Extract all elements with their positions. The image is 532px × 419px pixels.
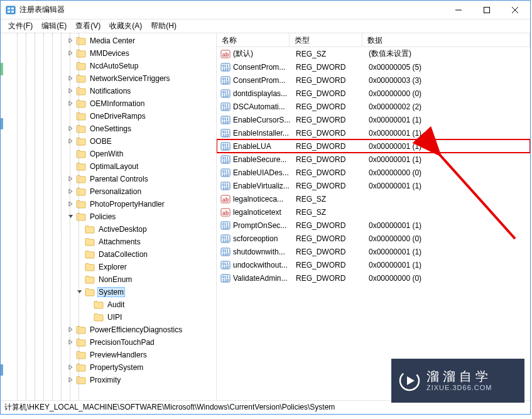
tree-item[interactable]: System (1, 286, 216, 298)
col-data[interactable]: 数据 (362, 33, 530, 46)
tree-item[interactable]: Parental Controls (1, 173, 216, 185)
folder-icon (76, 112, 86, 121)
value-row[interactable]: 011110ConsentProm...REG_DWORD0x00000005 … (217, 60, 530, 73)
expand-icon[interactable] (66, 101, 75, 107)
tree-item[interactable]: Audit (1, 298, 216, 311)
tree-item[interactable]: ActiveDesktop (1, 223, 216, 236)
tree-item-label: OptimalLayout (89, 161, 139, 171)
value-row[interactable]: 011110scforceoptionREG_DWORD0x00000000 (… (217, 232, 530, 245)
folder-icon (76, 99, 86, 108)
tree-item[interactable]: PhotoPropertyHandler (1, 198, 216, 210)
menu-view[interactable]: 查看(V) (72, 19, 104, 33)
tree-item[interactable]: Attachments (1, 236, 216, 248)
menu-file[interactable]: 文件(F) (4, 19, 36, 33)
tree-item[interactable]: Notifications (1, 85, 216, 97)
tree-item-label: Attachments (97, 237, 142, 247)
reg-dword-icon: 011110 (220, 234, 231, 244)
svg-text:110: 110 (222, 120, 229, 124)
value-row[interactable]: 011110ValidateAdmin...REG_DWORD0x0000000… (217, 271, 530, 285)
tree-item[interactable]: OOBE (1, 135, 216, 148)
list-body[interactable]: ab(默认)REG_SZ(数值未设置)011110ConsentProm...R… (217, 47, 530, 400)
value-row[interactable]: 011110PromptOnSec...REG_DWORD0x00000001 … (217, 219, 530, 232)
titlebar[interactable]: 注册表编辑器 (1, 1, 530, 19)
expand-icon[interactable] (66, 339, 75, 346)
expand-icon[interactable] (66, 188, 75, 195)
folder-icon (85, 225, 95, 234)
content-area: Media CenterMMDevicesNcdAutoSetupNetwork… (1, 33, 530, 400)
tree-item[interactable]: NonEnum (1, 273, 216, 286)
expand-icon[interactable] (66, 176, 75, 183)
tree-item[interactable]: OpenWith (1, 148, 216, 160)
svg-text:110: 110 (222, 226, 229, 229)
value-row[interactable]: 011110DSCAutomati...REG_DWORD0x00000002 … (217, 100, 530, 113)
folder-icon (85, 263, 95, 271)
value-row[interactable]: 011110shutdownwith...REG_DWORD0x00000001… (217, 245, 530, 258)
menu-edit[interactable]: 编辑(E) (38, 19, 70, 33)
value-row[interactable]: ablegalnoticeca...REG_SZ (217, 192, 530, 205)
col-type[interactable]: 类型 (290, 33, 362, 46)
tree-item[interactable]: DataCollection (1, 248, 216, 261)
close-button[interactable] (501, 1, 529, 19)
value-row[interactable]: 011110EnableUIADes...REG_DWORD0x00000000… (217, 166, 530, 179)
minimize-button[interactable] (444, 1, 472, 19)
value-row[interactable]: ab(默认)REG_SZ(数值未设置) (217, 47, 530, 60)
expand-icon[interactable] (66, 201, 75, 208)
folder-icon (76, 74, 86, 83)
value-row[interactable]: 011110EnableInstaller...REG_DWORD0x00000… (217, 126, 530, 139)
value-row[interactable]: 011110ConsentProm...REG_DWORD0x00000003 … (217, 73, 530, 87)
value-row[interactable]: 011110EnableLUAREG_DWORD0x00000001 (1) (217, 139, 530, 153)
maximize-button[interactable] (472, 1, 501, 19)
menu-help[interactable]: 帮助(H) (147, 19, 180, 33)
watermark-sub: ZIXUE.3D66.COM (426, 384, 492, 392)
tree-item[interactable]: PreviewHandlers (1, 349, 216, 361)
collapse-icon[interactable] (66, 214, 75, 220)
reg-sz-icon: ab (220, 207, 231, 217)
expand-icon[interactable] (66, 377, 75, 384)
tree-item[interactable]: OneSettings (1, 122, 216, 135)
tree-item[interactable]: Policies (1, 210, 216, 223)
svg-text:110: 110 (222, 265, 229, 269)
tree-item[interactable]: UIPI (1, 311, 216, 324)
expand-icon[interactable] (66, 75, 75, 82)
value-row[interactable]: 011110EnableVirtualiz...REG_DWORD0x00000… (217, 179, 530, 192)
tree-pane[interactable]: Media CenterMMDevicesNcdAutoSetupNetwork… (1, 33, 217, 400)
col-name[interactable]: 名称 (217, 33, 290, 46)
menu-favorites[interactable]: 收藏夹(A) (106, 19, 146, 33)
value-name: EnableUIADes... (233, 168, 291, 177)
tree-item[interactable]: NetworkServiceTriggers (1, 72, 216, 85)
expand-icon[interactable] (66, 50, 75, 57)
tree-item[interactable]: Proximity (1, 374, 216, 386)
tree-item[interactable]: PowerEfficiencyDiagnostics (1, 324, 216, 336)
expand-icon[interactable] (66, 364, 75, 371)
tree-item[interactable]: OptimalLayout (1, 160, 216, 173)
value-row[interactable]: 011110undockwithout...REG_DWORD0x0000000… (217, 258, 530, 271)
tree-item[interactable]: Media Center (1, 35, 216, 47)
collapse-icon[interactable] (75, 289, 84, 296)
tree-item-label: PhotoPropertyHandler (89, 199, 166, 209)
expand-icon[interactable] (66, 38, 75, 45)
tree-item-label: OpenWith (89, 149, 124, 159)
value-row[interactable]: 011110dontdisplaylas...REG_DWORD0x000000… (217, 87, 530, 100)
expand-icon[interactable] (66, 88, 75, 95)
tree-item[interactable]: Explorer (1, 261, 216, 273)
tree-item[interactable]: OEMInformation (1, 97, 216, 110)
svg-text:110: 110 (222, 278, 229, 282)
tree-item[interactable]: PrecisionTouchPad (1, 336, 216, 349)
value-row[interactable]: 011110EnableCursorS...REG_DWORD0x0000000… (217, 113, 530, 126)
value-data: REG_DWORD (291, 221, 364, 230)
tree-item[interactable]: Personalization (1, 185, 216, 198)
folder-icon (94, 313, 104, 322)
expand-icon[interactable] (66, 138, 75, 145)
expand-icon[interactable] (66, 327, 75, 334)
value-name: scforceoption (233, 234, 291, 243)
tree-item-label: PreviewHandlers (89, 350, 148, 360)
tree-item[interactable]: PropertySystem (1, 361, 216, 374)
tree-item[interactable]: MMDevices (1, 47, 216, 60)
tree-item[interactable]: NcdAutoSetup (1, 60, 216, 72)
expand-icon[interactable] (66, 126, 75, 133)
value-row[interactable]: ablegalnoticetextREG_SZ (217, 205, 530, 219)
reg-dword-icon: 011110 (220, 273, 231, 283)
tree-item[interactable]: OneDriveRamps (1, 110, 216, 122)
value-row[interactable]: 011110EnableSecure...REG_DWORD0x00000001… (217, 153, 530, 166)
reg-dword-icon: 011110 (220, 168, 231, 178)
